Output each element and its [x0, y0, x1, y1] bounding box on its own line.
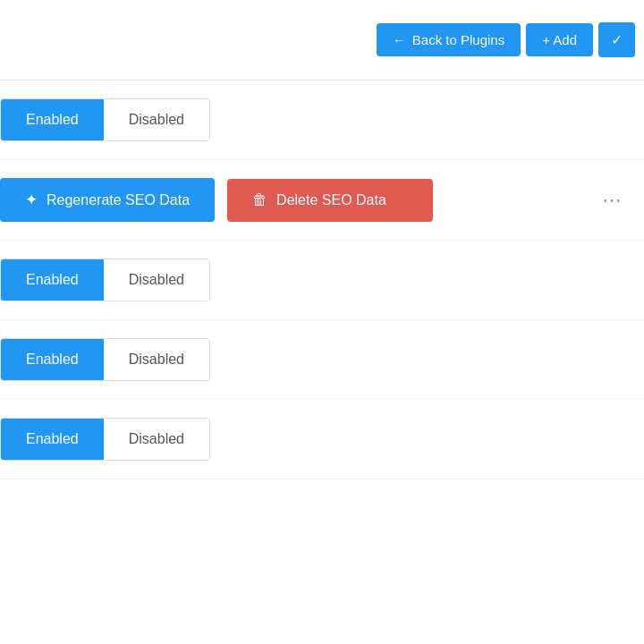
- enabled-button-3[interactable]: Enabled: [1, 339, 104, 380]
- toggle-group-1: Enabled Disabled: [0, 98, 210, 141]
- back-to-plugins-button[interactable]: ← Back to Plugins: [377, 23, 521, 56]
- toggle-row-3: Enabled Disabled: [0, 320, 644, 400]
- delete-seo-button[interactable]: 🗑 Delete SEO Data: [227, 179, 433, 222]
- enabled-button-2[interactable]: Enabled: [1, 259, 104, 301]
- toggle-row-4: Enabled Disabled: [0, 400, 644, 479]
- disabled-button-4[interactable]: Disabled: [104, 419, 209, 460]
- action-row: ✦ Regenerate SEO Data 🗑 Delete SEO Data …: [0, 160, 644, 241]
- check-icon: ✓: [611, 31, 623, 48]
- more-options-icon[interactable]: ⋯: [597, 186, 626, 215]
- back-arrow-icon: ←: [393, 32, 406, 47]
- regenerate-label: Regenerate SEO Data: [47, 192, 190, 208]
- page-wrapper: ← Back to Plugins + Add ✓ Enabled Disabl…: [0, 0, 644, 644]
- toggle-group-3: Enabled Disabled: [0, 338, 210, 381]
- check-button[interactable]: ✓: [598, 22, 635, 57]
- toggle-row-1: Enabled Disabled: [0, 80, 644, 160]
- regenerate-seo-button[interactable]: ✦ Regenerate SEO Data: [0, 178, 215, 222]
- add-button-label: + Add: [542, 32, 577, 47]
- disabled-button-2[interactable]: Disabled: [104, 259, 209, 301]
- disabled-button-3[interactable]: Disabled: [104, 339, 209, 380]
- main-content: Enabled Disabled ✦ Regenerate SEO Data 🗑…: [0, 80, 644, 479]
- regenerate-icon: ✦: [25, 191, 38, 209]
- enabled-button-1[interactable]: Enabled: [1, 99, 104, 140]
- delete-label: Delete SEO Data: [276, 192, 386, 208]
- disabled-button-1[interactable]: Disabled: [104, 99, 209, 140]
- toggle-row-2: Enabled Disabled: [0, 241, 644, 320]
- enabled-button-4[interactable]: Enabled: [1, 419, 104, 460]
- toggle-group-4: Enabled Disabled: [0, 418, 210, 461]
- add-button[interactable]: + Add: [526, 23, 593, 56]
- back-button-label: Back to Plugins: [412, 32, 504, 47]
- trash-icon: 🗑: [252, 191, 267, 209]
- top-bar: ← Back to Plugins + Add ✓: [0, 0, 644, 80]
- toggle-group-2: Enabled Disabled: [0, 258, 210, 301]
